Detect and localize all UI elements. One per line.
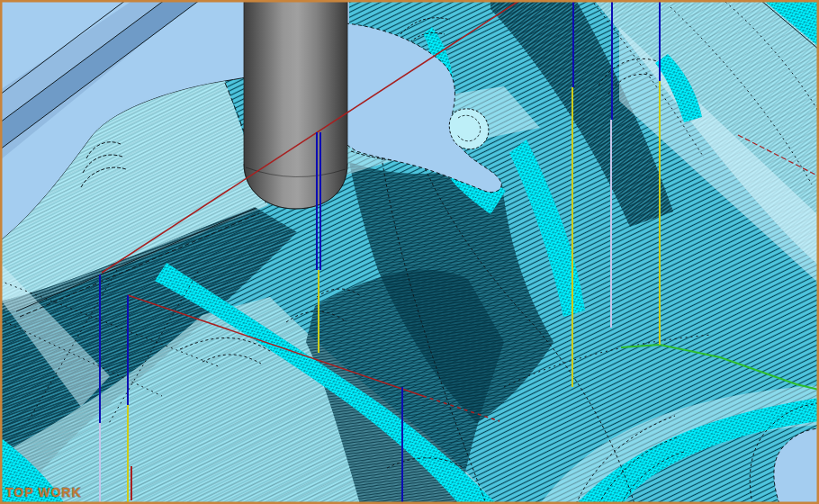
ball-nose-cutter <box>244 0 347 209</box>
view-label: TOP WORK <box>5 485 82 500</box>
cam-viewport[interactable]: TOP WORK <box>0 0 819 504</box>
cam-scene-svg: TOP WORK <box>0 0 819 504</box>
tool-shank <box>244 0 347 209</box>
